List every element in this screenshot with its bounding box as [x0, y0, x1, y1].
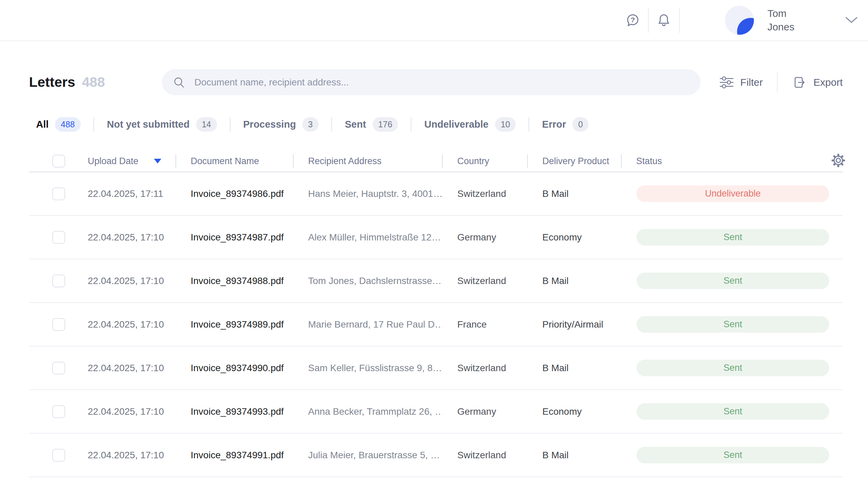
- tab-count-badge: 0: [572, 117, 589, 132]
- cell-status: Sent: [621, 229, 843, 246]
- cell-document-name: Invoice_89374988.pdf: [175, 276, 293, 286]
- row-checkbox[interactable]: [52, 318, 65, 331]
- status-tabs: All 488 Not yet submitted 14 Processing …: [0, 114, 868, 134]
- cell-country: Switzerland: [442, 450, 527, 461]
- toolbar: Letters 488: [0, 69, 868, 95]
- table-body: 22.04.2025, 17:11 Invoice_89374986.pdf H…: [29, 172, 843, 477]
- cell-recipient-address: Hans Meier, Hauptstr. 3, 4001…: [293, 188, 442, 199]
- sort-desc-icon[interactable]: [154, 159, 161, 163]
- row-checkbox[interactable]: [52, 405, 65, 418]
- status-badge: Sent: [636, 273, 829, 289]
- column-label: Country: [457, 156, 489, 166]
- page-title-text: Letters: [29, 74, 75, 90]
- help-button[interactable]: ?: [625, 12, 641, 28]
- divider: [777, 72, 778, 93]
- column-header-upload-date[interactable]: Upload Date: [88, 151, 175, 172]
- toolbar-actions: Filter Export: [720, 72, 843, 93]
- cell-delivery-product: B Mail: [527, 363, 621, 374]
- cell-delivery-product: B Mail: [527, 450, 621, 461]
- help-icon: ?: [625, 12, 641, 28]
- column-header-delivery-product[interactable]: Delivery Product: [527, 151, 621, 172]
- export-document-icon: [792, 75, 807, 90]
- cell-delivery-product: Economy: [527, 406, 621, 417]
- cell-delivery-product: B Mail: [527, 188, 621, 199]
- cell-recipient-address: Tom Jones, Dachslernstrasse…: [293, 276, 442, 286]
- column-label: Status: [636, 156, 662, 166]
- status-tab-error[interactable]: Error 0: [542, 117, 589, 132]
- table-row[interactable]: 22.04.2025, 17:10 Invoice_89374993.pdf A…: [29, 390, 843, 434]
- tab-label: Not yet submitted: [107, 119, 190, 130]
- cell-recipient-address: Anna Becker, Trammplatz 26, …: [293, 406, 442, 417]
- cell-recipient-address: Marie Bernard, 17 Rue Paul D…: [293, 319, 442, 330]
- cell-document-name: Invoice_89374990.pdf: [175, 363, 293, 374]
- column-label: Upload Date: [88, 156, 138, 166]
- row-checkbox[interactable]: [52, 275, 65, 287]
- user-avatar[interactable]: [725, 6, 754, 35]
- cell-document-name: Invoice_89374991.pdf: [175, 450, 293, 461]
- cell-document-name: Invoice_89374989.pdf: [175, 319, 293, 330]
- cell-document-name: Invoice_89374987.pdf: [175, 232, 293, 243]
- cell-upload-date: 22.04.2025, 17:10: [88, 406, 175, 417]
- user-first-name: Tom: [767, 7, 794, 20]
- divider: [230, 117, 230, 131]
- row-checkbox[interactable]: [52, 449, 65, 462]
- column-header-document-name[interactable]: Document Name: [175, 151, 293, 172]
- cell-recipient-address: Julia Meier, Brauerstrasse 5, …: [293, 450, 442, 461]
- row-checkbox[interactable]: [52, 187, 65, 200]
- notifications-button[interactable]: [656, 12, 672, 28]
- column-header-country[interactable]: Country: [442, 151, 527, 172]
- cell-status: Sent: [621, 447, 843, 463]
- status-tab-sent[interactable]: Sent 176: [345, 117, 398, 132]
- table-row[interactable]: 22.04.2025, 17:10 Invoice_89374988.pdf T…: [29, 259, 843, 303]
- row-checkbox[interactable]: [52, 231, 65, 244]
- cell-recipient-address: Sam Keller, Füsslistrasse 9, 8…: [293, 363, 442, 374]
- letters-table: Upload Date Document Name Recipient Addr…: [29, 151, 843, 477]
- cell-country: France: [442, 319, 527, 330]
- notification-bell-icon: [656, 12, 672, 28]
- cell-status: Sent: [621, 273, 843, 289]
- table-header: Upload Date Document Name Recipient Addr…: [29, 151, 843, 172]
- filter-sliders-icon: [720, 76, 734, 89]
- export-button-label: Export: [813, 77, 843, 88]
- status-tab-processing[interactable]: Processing 3: [243, 117, 319, 132]
- row-checkbox-cell: [29, 187, 88, 200]
- table-settings-button[interactable]: [831, 153, 846, 168]
- table-row[interactable]: 22.04.2025, 17:10 Invoice_89374990.pdf S…: [29, 346, 843, 390]
- status-badge: Sent: [636, 229, 829, 246]
- cell-upload-date: 22.04.2025, 17:11: [88, 188, 175, 199]
- cell-upload-date: 22.04.2025, 17:10: [88, 276, 175, 286]
- row-checkbox[interactable]: [52, 362, 65, 375]
- status-tab-undeliverable[interactable]: Undeliverable 10: [424, 117, 516, 132]
- table-row[interactable]: 22.04.2025, 17:11 Invoice_89374986.pdf H…: [29, 172, 843, 216]
- table-row[interactable]: 22.04.2025, 17:10 Invoice_89374987.pdf A…: [29, 216, 843, 259]
- select-all-checkbox[interactable]: [52, 155, 65, 168]
- topbar-right-group: ? Tom Jones: [625, 6, 868, 35]
- column-label: Document Name: [191, 156, 259, 166]
- filter-button[interactable]: Filter: [720, 76, 763, 89]
- export-button[interactable]: Export: [792, 75, 843, 90]
- column-header-status[interactable]: Status: [621, 151, 843, 172]
- divider: [648, 8, 649, 33]
- cell-country: Switzerland: [442, 188, 527, 199]
- user-menu-toggle[interactable]: [845, 17, 858, 24]
- status-tab-all[interactable]: All 488: [36, 117, 81, 132]
- column-label: Recipient Address: [308, 156, 382, 166]
- filter-button-label: Filter: [740, 77, 763, 88]
- status-badge: Undeliverable: [636, 185, 829, 202]
- cell-delivery-product: Priority/Airmail: [527, 319, 621, 330]
- search-input[interactable]: [194, 77, 690, 88]
- tab-label: Sent: [345, 119, 366, 130]
- column-header-recipient-address[interactable]: Recipient Address: [293, 151, 442, 172]
- cell-upload-date: 22.04.2025, 17:10: [88, 232, 175, 243]
- row-checkbox-cell: [29, 275, 88, 287]
- table-row[interactable]: 22.04.2025, 17:10 Invoice_89374991.pdf J…: [29, 434, 843, 477]
- cell-delivery-product: B Mail: [527, 276, 621, 286]
- user-last-name: Jones: [767, 20, 794, 34]
- tab-label: Undeliverable: [424, 119, 488, 130]
- status-tab-not-yet-submitted[interactable]: Not yet submitted 14: [107, 117, 217, 132]
- cell-status: Sent: [621, 316, 843, 333]
- divider: [93, 117, 94, 131]
- cell-country: Switzerland: [442, 276, 527, 286]
- table-row[interactable]: 22.04.2025, 17:10 Invoice_89374989.pdf M…: [29, 303, 843, 346]
- user-name: Tom Jones: [767, 7, 794, 34]
